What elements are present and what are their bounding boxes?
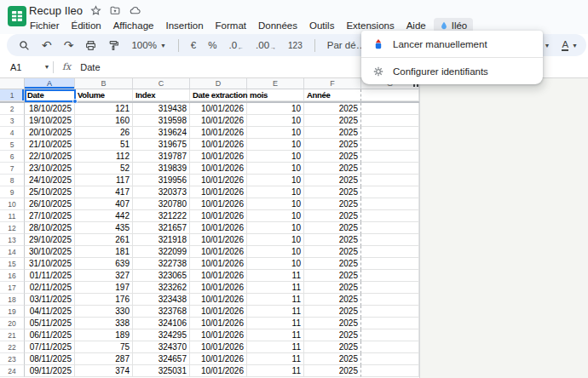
column-header-f[interactable]: F bbox=[304, 78, 361, 89]
cell[interactable]: 18/10/2025 bbox=[25, 103, 75, 115]
increase-decimals-button[interactable]: .00→ bbox=[256, 40, 276, 50]
cell[interactable]: 27/10/2025 bbox=[25, 210, 75, 222]
cell[interactable]: 10/01/2026 bbox=[190, 210, 247, 222]
cell[interactable]: Date bbox=[25, 89, 75, 101]
paint-format-button[interactable] bbox=[108, 40, 119, 51]
column-header-a[interactable]: A bbox=[25, 78, 75, 89]
cell[interactable]: 30/10/2025 bbox=[25, 246, 75, 258]
row-header-5[interactable]: 5 bbox=[0, 139, 25, 151]
cell[interactable] bbox=[361, 306, 419, 318]
cell[interactable]: 19/10/2025 bbox=[25, 115, 75, 127]
cell[interactable]: 2025 bbox=[304, 329, 361, 341]
cell[interactable]: 160 bbox=[75, 115, 133, 127]
cell[interactable]: 10/01/2026 bbox=[190, 318, 247, 329]
row-header-20[interactable]: 20 bbox=[0, 318, 25, 329]
cell[interactable]: 11 bbox=[247, 329, 304, 341]
cell[interactable]: 51 bbox=[75, 139, 133, 151]
cell[interactable]: 10/01/2026 bbox=[190, 246, 247, 258]
cell[interactable]: 09/11/2025 bbox=[25, 365, 75, 377]
text-color-button[interactable]: A▼ bbox=[562, 40, 578, 51]
row-header-10[interactable]: 10 bbox=[0, 198, 25, 210]
cell[interactable]: 31/10/2025 bbox=[25, 258, 75, 270]
cell[interactable]: 324106 bbox=[133, 318, 190, 329]
cell[interactable]: 11 bbox=[247, 353, 304, 365]
cell[interactable]: 2025 bbox=[304, 198, 361, 210]
cell[interactable]: 2025 bbox=[304, 139, 361, 151]
menu-item-lancer-manuellement[interactable]: Lancer manuellement bbox=[361, 31, 543, 57]
cell[interactable]: 189 bbox=[75, 329, 133, 341]
cell[interactable]: 322738 bbox=[133, 258, 190, 270]
cell[interactable]: 330 bbox=[75, 306, 133, 318]
cell[interactable]: 112 bbox=[75, 151, 133, 163]
cell[interactable] bbox=[361, 151, 419, 163]
cell[interactable]: 25/10/2025 bbox=[25, 186, 75, 198]
cell[interactable] bbox=[361, 246, 419, 258]
cell[interactable]: 327 bbox=[75, 270, 133, 282]
cell[interactable]: 75 bbox=[75, 341, 133, 353]
cell[interactable]: 2025 bbox=[304, 210, 361, 222]
cell[interactable] bbox=[361, 89, 419, 101]
cell[interactable]: 319598 bbox=[133, 115, 190, 127]
document-title[interactable]: Recup Ileo bbox=[29, 4, 83, 17]
cell[interactable]: 2025 bbox=[304, 175, 361, 186]
cell[interactable]: 181 bbox=[75, 246, 133, 258]
cell[interactable]: 10 bbox=[247, 258, 304, 270]
cell[interactable]: 07/11/2025 bbox=[25, 341, 75, 353]
cell[interactable]: 2025 bbox=[304, 270, 361, 282]
cell[interactable] bbox=[361, 163, 419, 175]
cell[interactable] bbox=[361, 234, 419, 246]
cell[interactable]: 10/01/2026 bbox=[190, 163, 247, 175]
cell[interactable]: 2025 bbox=[304, 318, 361, 329]
print-button[interactable] bbox=[85, 40, 96, 51]
cell[interactable]: 10/01/2026 bbox=[190, 258, 247, 270]
cell[interactable] bbox=[361, 353, 419, 365]
row-header-14[interactable]: 14 bbox=[0, 246, 25, 258]
cell[interactable]: 442 bbox=[75, 210, 133, 222]
cell[interactable]: 407 bbox=[75, 198, 133, 210]
menu-item-configurer-identifiants[interactable]: Configurer identifiants bbox=[361, 58, 543, 84]
cell[interactable]: 10/01/2026 bbox=[190, 175, 247, 186]
cell[interactable]: 320780 bbox=[133, 198, 190, 210]
more-formats-button[interactable]: 123 bbox=[288, 41, 303, 50]
zoom-select[interactable]: 100%▼ bbox=[131, 40, 165, 50]
cell[interactable]: 324657 bbox=[133, 353, 190, 365]
cell[interactable]: 176 bbox=[75, 294, 133, 306]
cell[interactable]: 10/01/2026 bbox=[190, 115, 247, 127]
decrease-decimals-button[interactable]: .0← bbox=[228, 40, 244, 50]
cell[interactable]: 323262 bbox=[133, 282, 190, 294]
cell[interactable]: 11 bbox=[247, 341, 304, 353]
cell[interactable]: 2025 bbox=[304, 246, 361, 258]
cell[interactable]: Index bbox=[133, 89, 190, 101]
cell[interactable]: 26 bbox=[75, 127, 133, 139]
cell[interactable]: 417 bbox=[75, 186, 133, 198]
cell[interactable]: 2025 bbox=[304, 151, 361, 163]
cell[interactable]: 10/01/2026 bbox=[190, 139, 247, 151]
cell[interactable]: 11 bbox=[247, 306, 304, 318]
cell[interactable]: 05/11/2025 bbox=[25, 318, 75, 329]
cell[interactable]: 10/01/2026 bbox=[190, 186, 247, 198]
cell[interactable] bbox=[361, 365, 419, 377]
cell[interactable]: 322099 bbox=[133, 246, 190, 258]
row-header-18[interactable]: 18 bbox=[0, 294, 25, 306]
cell[interactable]: 20/10/2025 bbox=[25, 127, 75, 139]
move-folder-icon[interactable] bbox=[109, 5, 121, 16]
cell[interactable]: 06/11/2025 bbox=[25, 329, 75, 341]
row-header-15[interactable]: 15 bbox=[0, 258, 25, 270]
cell[interactable]: Année bbox=[304, 89, 361, 101]
cell[interactable]: 2025 bbox=[304, 186, 361, 198]
row-header-7[interactable]: 7 bbox=[0, 163, 25, 175]
cell[interactable] bbox=[361, 127, 419, 139]
menu-format[interactable]: Format bbox=[210, 18, 252, 33]
row-header-13[interactable]: 13 bbox=[0, 234, 25, 246]
cell[interactable]: 10/01/2026 bbox=[190, 234, 247, 246]
undo-button[interactable]: ↶ bbox=[42, 38, 52, 52]
cell[interactable]: 10 bbox=[247, 246, 304, 258]
row-header-6[interactable]: 6 bbox=[0, 151, 25, 163]
column-header-e[interactable]: E bbox=[247, 78, 304, 89]
cell[interactable]: 08/11/2025 bbox=[25, 353, 75, 365]
cell[interactable]: 11 bbox=[247, 282, 304, 294]
cell[interactable]: 2025 bbox=[304, 127, 361, 139]
cell[interactable] bbox=[361, 186, 419, 198]
cell[interactable] bbox=[361, 115, 419, 127]
cell[interactable]: 2025 bbox=[304, 222, 361, 234]
